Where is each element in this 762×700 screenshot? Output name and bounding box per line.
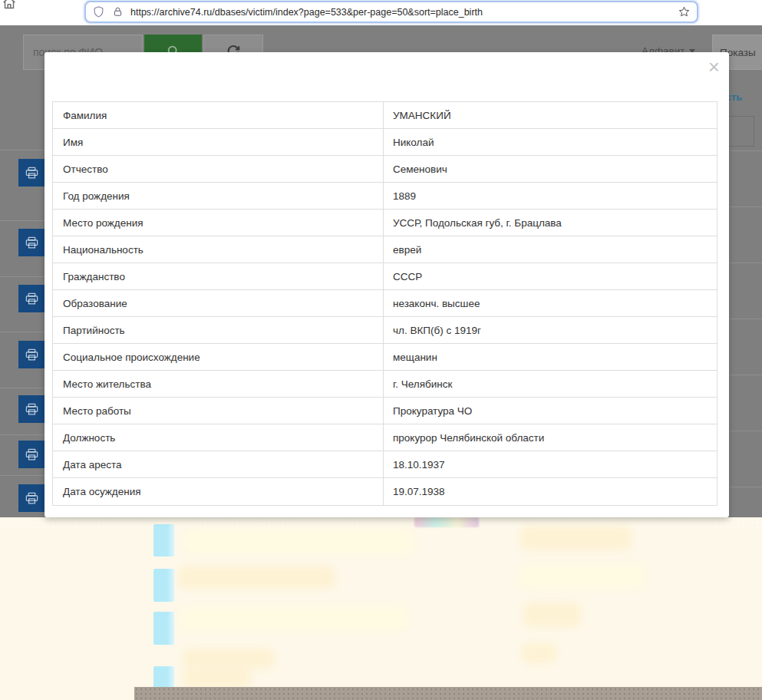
- table-row: Место рождения УССР, Подольская губ, г. …: [53, 210, 717, 236]
- table-row: Год рождения 1889: [53, 183, 717, 210]
- row-divider: [730, 375, 762, 375]
- glitch-smudge: [523, 603, 581, 627]
- field-value: чл. ВКП(б) с 1919г: [384, 317, 717, 343]
- home-icon[interactable]: [1, 0, 18, 12]
- field-value: еврей: [384, 236, 717, 262]
- glitch-smudge: [178, 606, 408, 631]
- field-value: УМАНСКИЙ: [384, 102, 717, 128]
- printer-icon: [25, 402, 39, 417]
- render-noise: [0, 517, 762, 529]
- printer-icon: [25, 166, 39, 180]
- corrupted-render-area: [0, 517, 762, 700]
- glitch-smudge: [183, 668, 252, 688]
- table-row: Партийность чл. ВКП(б) с 1919г: [53, 317, 717, 344]
- glitch-smudge: [178, 566, 335, 589]
- glitch-scrollbar: [134, 687, 762, 700]
- glitch-smudge: [520, 526, 632, 550]
- row-divider: [730, 487, 762, 487]
- field-label: Год рождения: [53, 183, 384, 209]
- glitch-block: [153, 569, 174, 602]
- printer-icon: [25, 236, 39, 250]
- glitch-block: [153, 612, 174, 645]
- field-label: Место жительства: [53, 371, 384, 397]
- field-label: Фамилия: [53, 102, 384, 128]
- row-divider: [0, 388, 45, 388]
- table-row: Национальность еврей: [53, 236, 717, 263]
- table-row: Дата ареста 18.10.1937: [53, 451, 717, 478]
- table-row: Дата осуждения 19.07.1938: [53, 478, 717, 505]
- field-value: 19.07.1938: [384, 478, 717, 505]
- table-row: Место жительства г. Челябинск: [53, 371, 717, 398]
- row-divider: [730, 206, 762, 207]
- url-text[interactable]: https://archive74.ru/dbases/victim/index…: [130, 7, 671, 18]
- field-value: 18.10.1937: [384, 451, 717, 477]
- field-value: прокурор Челябинской области: [384, 424, 717, 451]
- print-button[interactable]: [18, 285, 45, 312]
- field-label: Национальность: [53, 236, 384, 262]
- field-value: незаконч. высшее: [384, 290, 717, 316]
- render-noise-color: [414, 517, 479, 527]
- print-button[interactable]: [18, 484, 45, 512]
- table-row: Гражданство СССР: [53, 263, 717, 290]
- printer-icon: [25, 447, 39, 462]
- field-label: Образование: [53, 290, 384, 316]
- print-button[interactable]: [18, 229, 45, 256]
- row-divider: [0, 276, 45, 277]
- row-divider: [730, 431, 762, 431]
- row-divider: [0, 220, 45, 221]
- shield-icon: [92, 5, 105, 18]
- record-detail-modal: × Фамилия УМАНСКИЙ Имя Николай Отчество …: [45, 52, 729, 517]
- screen: https://archive74.ru/dbases/victim/index…: [0, 0, 762, 700]
- field-label: Партийность: [53, 317, 384, 343]
- field-label: Дата ареста: [53, 451, 384, 477]
- table-row: Социальное происхождение мещанин: [53, 344, 717, 371]
- printer-icon: [25, 292, 39, 306]
- field-label: Место рождения: [53, 210, 384, 236]
- field-value: УССР, Подольская губ, г. Брацлава: [384, 210, 717, 236]
- row-divider: [0, 150, 45, 150]
- field-label: Место работы: [53, 398, 384, 424]
- field-label: Гражданство: [53, 263, 384, 289]
- table-row: Должность прокурор Челябинской области: [53, 424, 717, 451]
- glitch-smudge: [183, 649, 275, 669]
- field-label: Дата осуждения: [53, 478, 384, 505]
- print-button[interactable]: [18, 395, 45, 423]
- table-row: Образование незаконч. высшее: [53, 290, 717, 317]
- glitch-smudge: [519, 564, 645, 589]
- field-value: Прокуратура ЧО: [384, 398, 717, 424]
- field-value: СССР: [384, 263, 717, 289]
- field-value: г. Челябинск: [384, 371, 717, 397]
- print-button[interactable]: [18, 441, 45, 468]
- field-label: Имя: [53, 129, 384, 155]
- table-row: Фамилия УМАНСКИЙ: [53, 102, 717, 129]
- print-button[interactable]: [18, 341, 45, 368]
- bookmark-star-icon[interactable]: [678, 5, 691, 18]
- printer-icon: [25, 348, 39, 362]
- glitch-smudge: [522, 643, 556, 663]
- browser-toolbar: https://archive74.ru/dbases/victim/index…: [0, 0, 762, 25]
- table-row: Имя Николай: [53, 129, 717, 156]
- field-label: Должность: [53, 424, 384, 451]
- glitch-block: [153, 524, 174, 556]
- table-row: Место работы Прокуратура ЧО: [53, 398, 717, 424]
- field-value: Семенович: [384, 156, 717, 182]
- print-button[interactable]: [18, 159, 45, 187]
- address-bar[interactable]: https://archive74.ru/dbases/victim/index…: [84, 1, 698, 23]
- row-divider: [0, 332, 45, 332]
- close-icon[interactable]: ×: [708, 57, 720, 77]
- field-label: Социальное происхождение: [53, 344, 384, 370]
- field-value: 1889: [384, 183, 717, 209]
- table-row: Отчество Семенович: [53, 156, 717, 183]
- glitch-smudge: [184, 528, 414, 554]
- printer-icon: [25, 491, 39, 506]
- row-divider: [730, 262, 762, 263]
- lock-icon: [112, 6, 124, 18]
- row-divider: [730, 150, 762, 151]
- row-divider: [0, 434, 45, 435]
- record-detail-table: Фамилия УМАНСКИЙ Имя Николай Отчество Се…: [52, 101, 717, 506]
- field-label: Отчество: [53, 156, 384, 182]
- field-value: мещанин: [384, 344, 717, 370]
- field-value: Николай: [384, 129, 717, 155]
- row-divider: [0, 475, 45, 476]
- row-divider: [730, 319, 762, 319]
